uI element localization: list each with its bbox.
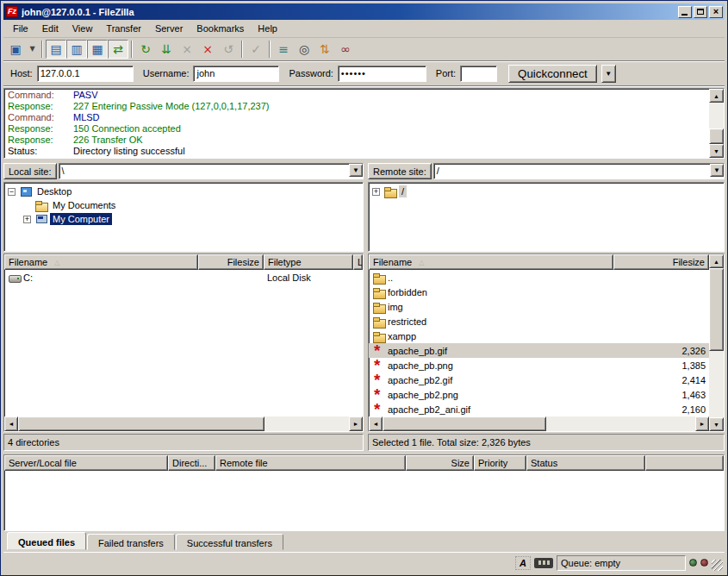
menu-item[interactable]: View xyxy=(65,22,100,35)
my-documents-icon xyxy=(34,200,48,210)
image-file-icon xyxy=(372,404,386,415)
column-header-priority[interactable]: Priority xyxy=(474,455,526,471)
file-row[interactable]: restricted xyxy=(369,314,709,329)
reconnect-button[interactable]: ↺ xyxy=(218,40,239,59)
column-header-size[interactable]: Size xyxy=(406,455,474,471)
file-row[interactable]: apache_pb.png 1,385 xyxy=(369,358,709,373)
column-header-lastmodified[interactable]: L xyxy=(353,254,363,270)
find-files-button[interactable]: ∞ xyxy=(335,40,356,59)
toggle-local-tree-button[interactable]: ▥ xyxy=(66,40,87,59)
host-input[interactable] xyxy=(37,66,134,82)
scroll-up-icon[interactable]: ▲ xyxy=(709,254,724,268)
scrollbar-thumb[interactable] xyxy=(709,268,724,351)
toggle-remote-tree-button[interactable]: ▦ xyxy=(87,40,108,59)
filezilla-window: Fz john@127.0.0.1 - FileZilla × FileEdit… xyxy=(0,0,728,576)
scroll-right-icon[interactable]: ► xyxy=(695,416,709,431)
tree-item[interactable]: My Documents xyxy=(4,198,363,212)
resize-grip[interactable] xyxy=(712,560,723,571)
file-row[interactable]: img xyxy=(369,299,709,314)
cancel-operation-button[interactable]: × xyxy=(177,40,197,59)
local-site-combo[interactable]: \ ▼ xyxy=(59,163,364,179)
quickconnect-button[interactable]: Quickconnect xyxy=(508,65,597,83)
column-header-direction[interactable]: Directi... xyxy=(168,455,215,471)
menu-item[interactable]: Edit xyxy=(35,22,65,35)
scroll-down-icon[interactable]: ▼ xyxy=(709,144,724,158)
remote-vscrollbar[interactable]: ▲ ▼ xyxy=(709,254,724,431)
tree-item[interactable]: + / xyxy=(369,185,724,198)
scroll-up-icon[interactable]: ▲ xyxy=(709,89,724,103)
file-row[interactable]: apache_pb2_ani.gif 2,160 xyxy=(369,402,709,416)
menu-item[interactable]: Transfer xyxy=(99,22,148,35)
column-header-status[interactable]: Status xyxy=(526,455,645,471)
column-header-filetype[interactable]: Filetype xyxy=(264,254,353,270)
site-manager-dropdown[interactable]: ▼ xyxy=(26,40,39,59)
menu-item[interactable]: Server xyxy=(148,22,190,35)
port-input[interactable] xyxy=(460,66,497,82)
queue-tab[interactable]: Successful transfers xyxy=(176,534,283,550)
toolbar-icon: ✓ xyxy=(251,43,261,55)
scrollbar-thumb[interactable] xyxy=(383,416,546,431)
column-header-filename[interactable]: Filename△ xyxy=(369,254,613,270)
queue-tab[interactable]: Failed transfers xyxy=(87,534,175,550)
refresh-button[interactable]: ↻ xyxy=(135,40,156,59)
toolbar-icon: ▦ xyxy=(91,43,103,55)
scroll-left-icon[interactable]: ◄ xyxy=(369,416,383,431)
scrollbar-thumb[interactable] xyxy=(709,128,724,144)
file-name: restricted xyxy=(388,316,426,327)
menu-item[interactable]: File xyxy=(6,22,35,35)
file-name: .. xyxy=(388,272,393,283)
scroll-down-icon[interactable]: ▼ xyxy=(709,417,724,431)
log-line-text: Directory listing successful xyxy=(73,146,185,157)
quickconnect-dropdown[interactable]: ▼ xyxy=(601,65,616,83)
local-hscrollbar[interactable]: ◄ ► xyxy=(4,416,363,431)
tree-item[interactable]: − Desktop xyxy=(4,185,363,198)
chevron-down-icon[interactable]: ▼ xyxy=(710,164,724,177)
file-row[interactable]: apache_pb2.gif 2,414 xyxy=(369,373,709,387)
folder-sync-button[interactable]: ⇅ xyxy=(314,40,335,59)
file-name: C: xyxy=(23,272,33,283)
queue-tab[interactable]: Queued files xyxy=(7,532,86,550)
menu-item[interactable]: Bookmarks xyxy=(190,22,251,35)
process-queue-button[interactable]: ⇊ xyxy=(156,40,177,59)
tree-item[interactable]: + My Computer xyxy=(4,212,363,226)
synchronized-browsing-button[interactable]: ◎ xyxy=(294,40,314,59)
menu-item[interactable]: Help xyxy=(251,22,284,35)
file-row[interactable]: apache_pb.gif 2,326 xyxy=(369,343,709,358)
file-row[interactable]: .. xyxy=(369,270,709,285)
column-header-filesize[interactable]: Filesize xyxy=(613,254,709,270)
tree-expander[interactable]: + xyxy=(372,188,380,196)
remote-site-combo[interactable]: / ▼ xyxy=(433,163,725,179)
column-header-filename[interactable]: Filename△ xyxy=(4,254,198,270)
speed-limits-icon xyxy=(534,558,553,568)
column-header-filesize[interactable]: Filesize xyxy=(198,254,264,270)
local-file-list: Filename△ Filesize Filetype L C: Local D… xyxy=(3,254,364,432)
minimize-button[interactable] xyxy=(678,6,692,18)
disconnect-button[interactable]: × xyxy=(197,40,218,59)
scrollbar-thumb[interactable] xyxy=(18,416,264,431)
file-row[interactable]: xampp xyxy=(369,329,709,343)
scroll-right-icon[interactable]: ► xyxy=(349,416,363,431)
toggle-message-log-button[interactable]: ▤ xyxy=(46,40,66,59)
log-scrollbar[interactable]: ▲ ▼ xyxy=(709,89,724,158)
chevron-down-icon[interactable]: ▼ xyxy=(349,164,363,177)
toggle-queue-button[interactable]: ⇄ xyxy=(108,40,128,59)
remote-hscrollbar[interactable]: ◄ ► xyxy=(369,416,709,431)
directory-comparison-button[interactable]: ≡ xyxy=(273,40,294,59)
tree-expander[interactable]: − xyxy=(8,188,16,196)
tree-expander[interactable]: + xyxy=(23,216,31,223)
log-line-text: 150 Connection accepted xyxy=(73,123,181,135)
column-header-server-local-file[interactable]: Server/Local file xyxy=(4,455,168,471)
scroll-left-icon[interactable]: ◄ xyxy=(4,416,18,431)
log-line-label: Command: xyxy=(8,90,73,101)
password-input[interactable] xyxy=(338,66,426,82)
close-button[interactable]: × xyxy=(709,6,723,18)
username-input[interactable] xyxy=(193,66,279,82)
drive-icon xyxy=(8,272,22,283)
file-row[interactable]: forbidden xyxy=(369,285,709,299)
file-row[interactable]: apache_pb2.png 1,463 xyxy=(369,387,709,402)
site-manager-button[interactable]: ▣ xyxy=(5,40,26,59)
column-header-remote-file[interactable]: Remote file xyxy=(215,455,406,471)
maximize-button[interactable] xyxy=(694,6,707,18)
file-row[interactable]: C: Local Disk xyxy=(4,270,363,285)
filter-button[interactable]: ✓ xyxy=(246,40,266,59)
